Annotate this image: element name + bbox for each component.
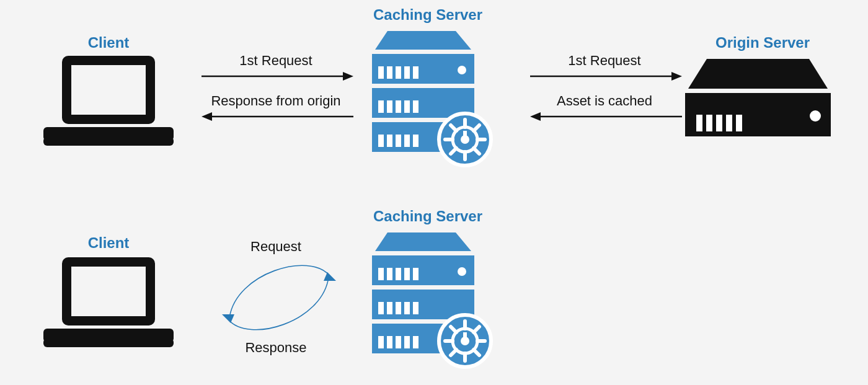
svg-rect-59 xyxy=(387,268,392,280)
arrow-right-icon xyxy=(530,70,682,82)
svg-rect-53 xyxy=(71,267,146,316)
svg-rect-62 xyxy=(413,268,418,280)
svg-rect-68 xyxy=(404,302,410,314)
svg-rect-69 xyxy=(413,302,418,314)
svg-rect-14 xyxy=(387,100,392,113)
svg-marker-89 xyxy=(222,314,234,323)
laptop-icon xyxy=(43,254,174,353)
svg-marker-51 xyxy=(530,112,541,121)
svg-rect-40 xyxy=(716,115,722,131)
svg-rect-75 xyxy=(413,336,418,348)
svg-rect-3 xyxy=(43,137,174,146)
client-title-top: Client xyxy=(62,34,155,51)
arrow-left-icon xyxy=(202,110,353,123)
svg-rect-17 xyxy=(413,100,418,113)
client-title-bottom: Client xyxy=(62,234,155,252)
svg-rect-60 xyxy=(396,268,401,280)
svg-rect-39 xyxy=(706,115,712,131)
svg-rect-7 xyxy=(387,66,392,79)
svg-rect-15 xyxy=(396,100,401,113)
svg-rect-71 xyxy=(378,336,384,348)
svg-rect-61 xyxy=(404,268,410,280)
arrow-label-first-request-right: 1st Request xyxy=(533,53,676,69)
svg-marker-36 xyxy=(688,59,828,89)
curved-arrows-icon xyxy=(217,251,341,344)
svg-point-11 xyxy=(458,66,466,74)
caching-diagram: Client Caching Server Origin Server xyxy=(0,0,868,385)
svg-marker-47 xyxy=(202,112,212,121)
svg-rect-72 xyxy=(387,336,392,348)
laptop-icon xyxy=(43,53,174,152)
svg-rect-8 xyxy=(396,66,401,79)
arrow-left-icon xyxy=(530,110,682,123)
svg-rect-9 xyxy=(404,66,410,79)
svg-point-63 xyxy=(458,267,466,276)
arrow-label-response-from-origin: Response from origin xyxy=(195,93,356,109)
caching-server-icon xyxy=(369,28,493,167)
svg-marker-88 xyxy=(324,272,336,281)
svg-rect-23 xyxy=(413,135,418,147)
svg-rect-20 xyxy=(387,135,392,147)
svg-rect-79 xyxy=(463,332,467,339)
svg-rect-22 xyxy=(404,135,410,147)
svg-rect-19 xyxy=(378,135,384,147)
svg-marker-45 xyxy=(343,72,353,81)
svg-rect-65 xyxy=(378,302,384,314)
svg-rect-67 xyxy=(396,302,401,314)
arrow-right-icon xyxy=(202,70,353,82)
svg-rect-74 xyxy=(404,336,410,348)
svg-rect-73 xyxy=(396,336,401,348)
svg-rect-1 xyxy=(71,65,146,115)
svg-marker-56 xyxy=(375,232,471,251)
svg-rect-42 xyxy=(736,115,742,131)
origin-server-icon xyxy=(685,59,831,143)
svg-rect-66 xyxy=(387,302,392,314)
svg-rect-41 xyxy=(726,115,732,131)
svg-point-43 xyxy=(810,110,821,122)
svg-rect-27 xyxy=(463,131,467,137)
origin-server-title-top: Origin Server xyxy=(694,34,831,51)
arrow-label-asset-is-cached: Asset is cached xyxy=(533,93,676,109)
svg-rect-21 xyxy=(396,135,401,147)
svg-marker-4 xyxy=(375,31,471,50)
caching-server-title-bottom: Caching Server xyxy=(360,208,496,225)
svg-rect-6 xyxy=(378,66,384,79)
svg-rect-58 xyxy=(378,268,384,280)
svg-rect-16 xyxy=(404,100,410,113)
svg-marker-49 xyxy=(671,72,682,81)
svg-rect-10 xyxy=(413,66,418,79)
svg-rect-38 xyxy=(696,115,702,131)
svg-rect-13 xyxy=(378,100,384,113)
arrow-label-first-request-left: 1st Request xyxy=(205,53,347,69)
caching-server-title-top: Caching Server xyxy=(360,6,496,24)
svg-rect-55 xyxy=(43,339,174,347)
caching-server-icon xyxy=(369,229,493,369)
